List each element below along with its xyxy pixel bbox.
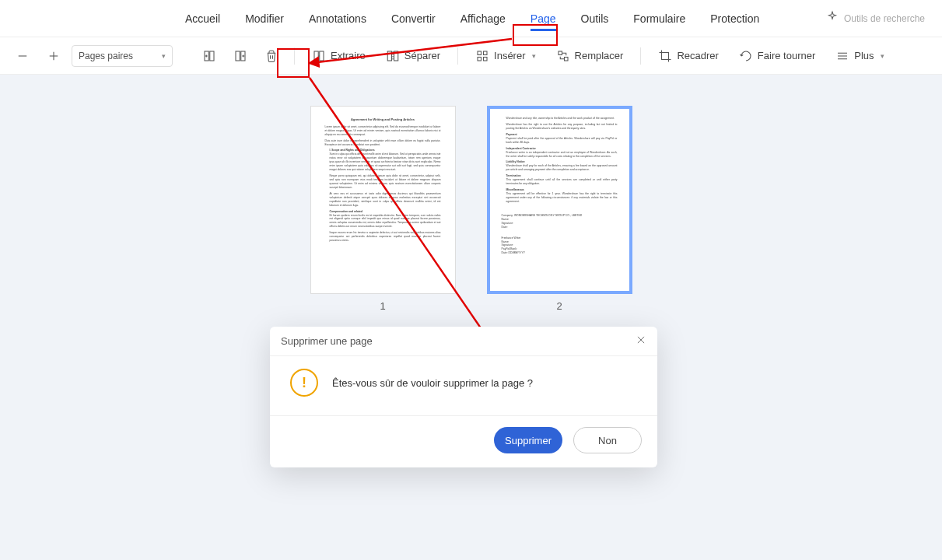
toolbar-divider xyxy=(294,47,295,65)
toolbar-divider xyxy=(457,47,458,65)
menu-convert[interactable]: Convertir xyxy=(379,8,448,30)
menu-protection[interactable]: Protection xyxy=(698,8,772,30)
svg-rect-18 xyxy=(478,51,482,55)
insert-label: Insérer xyxy=(494,50,525,61)
svg-rect-4 xyxy=(210,51,214,61)
menu-bar: Accueil Modifier Annotations Convertir A… xyxy=(0,0,942,37)
menu-display[interactable]: Affichage xyxy=(448,8,518,30)
menu-annotations[interactable]: Annotations xyxy=(296,8,379,30)
crop-button[interactable]: Recadrer xyxy=(650,43,726,69)
delete-confirm-dialog: Supprimer une page ! Êtes-vous sûr de vo… xyxy=(270,327,657,467)
extract-button[interactable]: Extraire xyxy=(304,43,373,69)
menu-items: Accueil Modifier Annotations Convertir A… xyxy=(173,8,772,30)
page-preview: Agreement for Writing and Posting Articl… xyxy=(310,106,456,294)
chevron-down-icon: ▾ xyxy=(881,52,884,60)
page-range-value: Pages paires xyxy=(79,51,133,61)
menu-tools[interactable]: Outils xyxy=(569,8,622,30)
crop-label: Recadrer xyxy=(677,50,718,61)
menu-home[interactable]: Accueil xyxy=(173,8,233,30)
split-button[interactable]: Séparer xyxy=(378,43,448,69)
page-preview-selected: Wondershare and any title, ownership to … xyxy=(487,106,632,294)
replace-button[interactable]: Remplacer xyxy=(548,43,632,69)
insert-button[interactable]: Insérer ▾ xyxy=(467,43,543,69)
svg-rect-23 xyxy=(564,57,568,61)
insert-blank-right-button[interactable] xyxy=(227,43,254,69)
zoom-out-button[interactable] xyxy=(9,43,36,69)
menu-edit[interactable]: Modifier xyxy=(233,8,296,30)
toolbar-divider xyxy=(640,47,641,65)
confirm-delete-button[interactable]: Supprimer xyxy=(494,427,562,453)
page-number: 2 xyxy=(556,300,562,312)
svg-rect-13 xyxy=(314,51,318,61)
more-button[interactable]: Plus ▾ xyxy=(828,43,891,69)
rotate-label: Faire tourner xyxy=(758,50,815,61)
svg-rect-22 xyxy=(559,51,562,55)
svg-rect-19 xyxy=(484,51,488,55)
search-tools-label: Outils de recherche xyxy=(844,13,925,24)
insert-blank-left-button[interactable] xyxy=(196,43,222,69)
more-label: Plus xyxy=(854,50,874,61)
warning-icon: ! xyxy=(290,369,318,397)
delete-page-button[interactable] xyxy=(258,43,285,69)
dialog-title: Supprimer une page xyxy=(281,335,373,347)
svg-rect-14 xyxy=(320,51,324,61)
replace-label: Remplacer xyxy=(575,50,624,61)
chevron-down-icon: ▾ xyxy=(532,52,536,60)
svg-rect-20 xyxy=(478,57,482,61)
cancel-delete-button[interactable]: Non xyxy=(573,427,642,453)
search-tools[interactable]: Outils de recherche xyxy=(818,10,933,26)
svg-rect-7 xyxy=(236,51,240,61)
dialog-close-button[interactable] xyxy=(636,334,646,348)
page-toolbar: Pages paires ▾ Extraire Séparer Insérer … xyxy=(0,37,942,75)
svg-rect-21 xyxy=(484,57,488,61)
page-canvas: Agreement for Writing and Posting Articl… xyxy=(0,75,942,560)
menu-form[interactable]: Formulaire xyxy=(621,8,698,30)
extract-label: Extraire xyxy=(331,50,366,61)
page-number: 1 xyxy=(380,300,385,312)
svg-rect-16 xyxy=(394,51,397,61)
sparkle-icon xyxy=(825,10,839,26)
rotate-button[interactable]: Faire tourner xyxy=(731,43,823,69)
svg-rect-15 xyxy=(387,51,391,61)
chevron-down-icon: ▾ xyxy=(162,52,166,60)
split-label: Séparer xyxy=(404,50,440,61)
zoom-in-button[interactable] xyxy=(40,43,67,69)
dialog-message: Êtes-vous sûr de vouloir supprimer la pa… xyxy=(332,377,533,389)
menu-page[interactable]: Page xyxy=(518,8,569,30)
page-range-select[interactable]: Pages paires ▾ xyxy=(72,45,173,67)
